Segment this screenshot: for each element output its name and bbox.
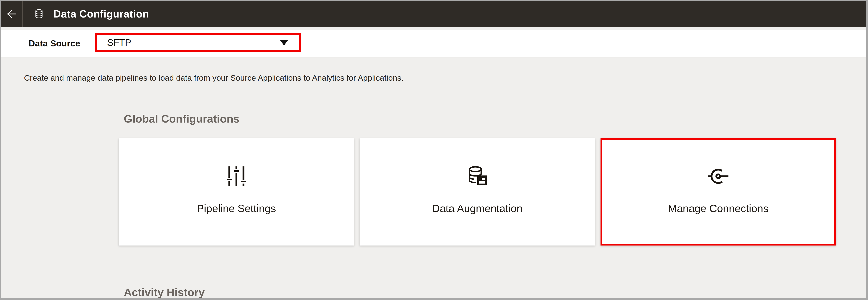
database-icon	[34, 8, 44, 20]
data-source-select[interactable]: SFTP	[95, 33, 301, 52]
sliders-icon	[225, 165, 247, 187]
back-button[interactable]	[1, 1, 22, 27]
dropdown-caret-icon	[280, 40, 288, 45]
card-label: Pipeline Settings	[197, 202, 276, 214]
global-configurations-heading: Global Configurations	[124, 112, 866, 125]
connection-icon	[707, 165, 729, 187]
page-description: Create and manage data pipelines to load…	[24, 73, 866, 82]
header-divider	[22, 1, 23, 27]
page-title: Data Configuration	[53, 8, 149, 20]
app-header: Data Configuration	[1, 1, 866, 27]
data-source-row: Data Source SFTP	[1, 30, 866, 58]
card-manage-connections[interactable]: Manage Connections	[600, 138, 836, 245]
data-source-value: SFTP	[107, 37, 131, 48]
back-arrow-icon	[5, 8, 17, 20]
content: Create and manage data pipelines to load…	[1, 73, 866, 299]
activity-history-heading: Activity History	[124, 286, 866, 299]
card-pipeline-settings[interactable]: Pipeline Settings	[119, 138, 354, 245]
header-gap	[1, 27, 866, 30]
data-source-label: Data Source	[29, 38, 80, 48]
app-window: Data Configuration Data Source SFTP Crea…	[0, 0, 868, 300]
database-form-icon	[466, 165, 488, 187]
card-data-augmentation[interactable]: Data Augmentation	[360, 138, 595, 245]
card-label: Manage Connections	[668, 202, 768, 214]
card-label: Data Augmentation	[432, 202, 522, 214]
global-configurations-cards: Pipeline Settings Data Augmentation	[119, 138, 866, 245]
